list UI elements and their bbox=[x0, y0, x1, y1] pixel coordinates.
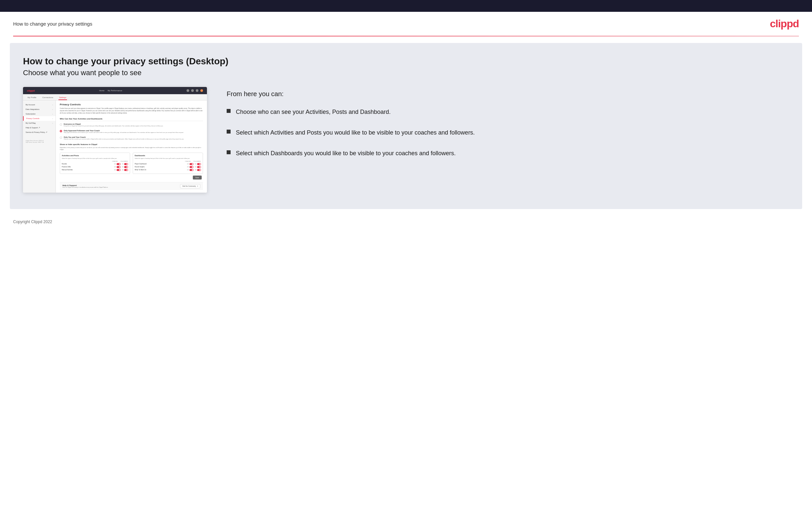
nav-performance: My Performance bbox=[108, 90, 122, 92]
sidebar-item-subscription: Subscription › bbox=[23, 112, 55, 116]
radio-circle-everyone bbox=[60, 123, 62, 126]
toggle-row-practice-drills: Practice Drills ON ON bbox=[62, 166, 128, 168]
app-nav-icons bbox=[187, 89, 203, 92]
header-title: How to change your privacy settings bbox=[13, 21, 92, 26]
panel-title: Privacy Controls bbox=[60, 103, 203, 106]
app-logo: clippd bbox=[27, 89, 35, 92]
grid-icon bbox=[191, 89, 194, 92]
sidebar-item-my-golf-bag: My Golf Bag › bbox=[23, 121, 55, 125]
features-grid: Activities and Posts Select the types of… bbox=[60, 153, 203, 174]
search-icon bbox=[187, 89, 189, 92]
radio-approved-followers: Only Approved Followers and Your Coach O… bbox=[60, 130, 203, 133]
app-panel: Privacy Controls Control how you and you… bbox=[56, 100, 207, 192]
radio-only-you: Only You and Your Coach Only you and the… bbox=[60, 136, 203, 140]
sidebar-item-data-integrations: Data Integrations › bbox=[23, 107, 55, 112]
sidebar-item-service-privacy: Service & Privacy Policy ↗ bbox=[23, 130, 55, 134]
app-screenshot: clippd Home My Performance My Profile bbox=[23, 87, 207, 192]
bullet-item-2: Select which Activities and Posts you wo… bbox=[226, 128, 789, 137]
bullet-list: Choose who can see your Activities, Post… bbox=[226, 108, 789, 158]
bullet-text-3: Select which Dashboards you would like t… bbox=[236, 149, 456, 158]
radio-everyone: Everyone on Clippd Everyone on Clippd ca… bbox=[60, 123, 203, 127]
chevron-icon: › bbox=[52, 108, 53, 110]
activities-box: Activities and Posts Select the types of… bbox=[60, 153, 130, 174]
sidebar-version: Clippd Client Version: 2022.8.2SQL Serve… bbox=[23, 138, 55, 145]
toggle-row-manual-activities: Manual Activities ON ON bbox=[62, 169, 128, 171]
bullet-square-1 bbox=[226, 109, 231, 113]
header-divider bbox=[13, 36, 799, 37]
radio-circle-only-you bbox=[60, 136, 62, 139]
dashboards-box: Dashboards Select the types of activity … bbox=[133, 153, 203, 174]
bullet-text-1: Choose who can see your Activities, Post… bbox=[236, 108, 391, 116]
features-desc: Regardless of the privacy controls that … bbox=[60, 147, 203, 151]
bullet-text-2: Select which Activities and Posts you wo… bbox=[236, 128, 475, 137]
features-heading: Show or hide specific features in Clippd bbox=[60, 144, 203, 146]
two-col-layout: clippd Home My Performance My Profile bbox=[23, 87, 789, 192]
app-body: My Account › Data Integrations › Subscri… bbox=[23, 100, 207, 192]
toggle-row-player-dashboard: Player Dashboard ON ON bbox=[135, 163, 201, 165]
visibility-section-heading: Who Can See Your Activities and Dashboar… bbox=[60, 118, 203, 121]
app-tabs: My Profile Connections Settings bbox=[23, 94, 207, 100]
sidebar-item-privacy-controls: Privacy Controls › bbox=[23, 116, 55, 121]
visit-community-button[interactable]: Visit Our Community ↗ bbox=[180, 184, 200, 188]
page-subtitle: Choose what you want people to see bbox=[23, 69, 789, 77]
panel-desc: Control how you and your data appears to… bbox=[60, 107, 203, 115]
bullet-item-3: Select which Dashboards you would like t… bbox=[226, 149, 789, 158]
toggle-row-rounds: Rounds ON ON bbox=[62, 163, 128, 165]
bullet-square-2 bbox=[226, 130, 231, 133]
tab-connections: Connections bbox=[42, 96, 54, 100]
nav-home: Home bbox=[99, 90, 104, 92]
save-button[interactable]: Save bbox=[193, 176, 202, 179]
page-title: How to change your privacy settings (Des… bbox=[23, 56, 789, 67]
app-navbar: clippd Home My Performance bbox=[23, 87, 207, 94]
features-section: Show or hide specific features in Clippd… bbox=[60, 144, 203, 174]
info-column: From here you can: Choose who can see yo… bbox=[226, 87, 789, 170]
bullet-square-3 bbox=[226, 150, 231, 154]
sidebar-item-help-support: Help & Support ↗ bbox=[23, 125, 55, 130]
app-nav-links: Home My Performance bbox=[99, 90, 122, 92]
chevron-icon: › bbox=[52, 104, 53, 106]
save-row: Save bbox=[60, 176, 203, 179]
bullet-item-1: Choose who can see your Activities, Post… bbox=[226, 108, 789, 116]
sidebar-item-my-account: My Account › bbox=[23, 102, 55, 107]
footer: Copyright Clippd 2022 bbox=[0, 216, 812, 228]
chevron-icon: › bbox=[52, 113, 53, 115]
tab-my-profile: My Profile bbox=[27, 96, 37, 100]
avatar-icon bbox=[200, 89, 203, 92]
header: How to change your privacy settings clip… bbox=[0, 12, 812, 36]
copyright-text: Copyright Clippd 2022 bbox=[13, 220, 52, 224]
from-here-label: From here you can: bbox=[226, 90, 789, 98]
toggle-row-round-insights: Round Insights ON ON bbox=[135, 166, 201, 168]
main-content: How to change your privacy settings (Des… bbox=[10, 43, 802, 209]
chevron-icon: › bbox=[52, 122, 53, 124]
tab-settings: Settings bbox=[58, 96, 67, 100]
help-section: Help & Support Visit our Clippd communit… bbox=[60, 182, 203, 190]
radio-circle-approved bbox=[60, 130, 62, 132]
app-sidebar: My Account › Data Integrations › Subscri… bbox=[23, 100, 56, 192]
settings-icon bbox=[196, 89, 198, 92]
clippd-logo: clippd bbox=[770, 18, 799, 30]
screenshot-column: clippd Home My Performance My Profile bbox=[23, 87, 207, 192]
top-bar bbox=[0, 0, 812, 12]
chevron-icon: › bbox=[52, 117, 53, 119]
toggle-row-what-to-work-on: What To Work On ON ON bbox=[135, 169, 201, 171]
external-link-icon: ↗ bbox=[197, 185, 198, 187]
